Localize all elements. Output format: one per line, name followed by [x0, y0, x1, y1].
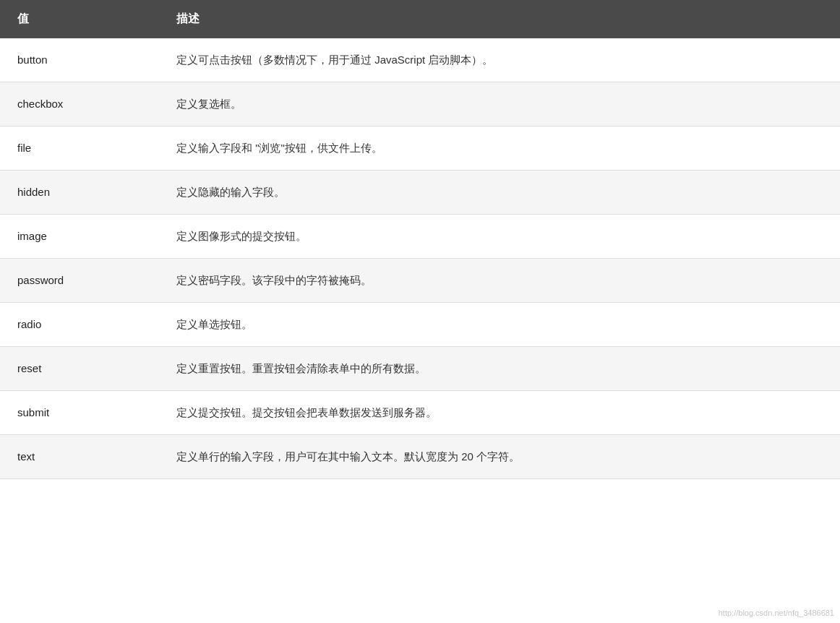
- cell-description: 定义重置按钮。重置按钮会清除表单中的所有数据。: [159, 347, 840, 391]
- table-row: checkbox定义复选框。: [0, 82, 840, 126]
- cell-value: file: [0, 126, 159, 171]
- cell-value: submit: [0, 391, 159, 435]
- table-row: text定义单行的输入字段，用户可在其中输入文本。默认宽度为 20 个字符。: [0, 435, 840, 479]
- cell-description: 定义提交按钮。提交按钮会把表单数据发送到服务器。: [159, 391, 840, 435]
- cell-description: 定义复选框。: [159, 82, 840, 126]
- table-row: hidden定义隐藏的输入字段。: [0, 171, 840, 215]
- header-value: 值: [0, 0, 159, 38]
- cell-value: radio: [0, 303, 159, 347]
- cell-description: 定义图像形式的提交按钮。: [159, 215, 840, 259]
- cell-value: hidden: [0, 171, 159, 215]
- table-row: submit定义提交按钮。提交按钮会把表单数据发送到服务器。: [0, 391, 840, 435]
- cell-value: text: [0, 435, 159, 479]
- main-container: 值 描述 button定义可点击按钮（多数情况下，用于通过 JavaScript…: [0, 0, 840, 623]
- cell-description: 定义密码字段。该字段中的字符被掩码。: [159, 259, 840, 303]
- table-row: file定义输入字段和 "浏览"按钮，供文件上传。: [0, 126, 840, 171]
- table-row: reset定义重置按钮。重置按钮会清除表单中的所有数据。: [0, 347, 840, 391]
- cell-description: 定义单行的输入字段，用户可在其中输入文本。默认宽度为 20 个字符。: [159, 435, 840, 479]
- cell-value: password: [0, 259, 159, 303]
- watermark: http://blog.csdn.net/nfq_3486681: [719, 609, 834, 617]
- table-row: image定义图像形式的提交按钮。: [0, 215, 840, 259]
- cell-value: image: [0, 215, 159, 259]
- table-row: radio定义单选按钮。: [0, 303, 840, 347]
- table-row: password定义密码字段。该字段中的字符被掩码。: [0, 259, 840, 303]
- table-header-row: 值 描述: [0, 0, 840, 38]
- cell-description: 定义输入字段和 "浏览"按钮，供文件上传。: [159, 126, 840, 171]
- cell-description: 定义单选按钮。: [159, 303, 840, 347]
- table-row: button定义可点击按钮（多数情况下，用于通过 JavaScript 启动脚本…: [0, 38, 840, 82]
- cell-value: reset: [0, 347, 159, 391]
- header-description: 描述: [159, 0, 840, 38]
- cell-value: button: [0, 38, 159, 82]
- cell-value: checkbox: [0, 82, 159, 126]
- reference-table: 值 描述 button定义可点击按钮（多数情况下，用于通过 JavaScript…: [0, 0, 840, 479]
- cell-description: 定义可点击按钮（多数情况下，用于通过 JavaScript 启动脚本）。: [159, 38, 840, 82]
- cell-description: 定义隐藏的输入字段。: [159, 171, 840, 215]
